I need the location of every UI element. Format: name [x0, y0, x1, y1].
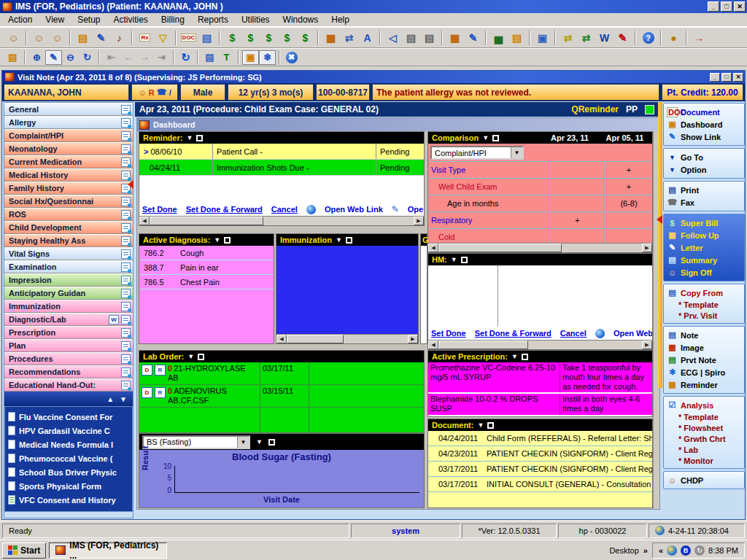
fax-button[interactable]: ☎Fax [667, 196, 743, 209]
set-done-forward-link[interactable]: Set Done & Forward [186, 205, 263, 214]
reload-icon[interactable]: ↻ [79, 50, 96, 65]
analysis-button[interactable]: ☑Analysis [667, 399, 743, 411]
analysis-growth-chart-button[interactable]: * Grwth Chrt [667, 433, 743, 444]
analysis-monitor-button[interactable]: * Monitor [667, 455, 743, 466]
comparison-filter-dropdown[interactable]: Complaint/HPI ▼ [430, 146, 524, 160]
nav-plan[interactable]: Plan [4, 339, 133, 352]
rx-icon[interactable]: Rx [136, 30, 154, 46]
nav-staying-healthy[interactable]: Staying Healthy Ass [4, 234, 133, 247]
nav-ros[interactable]: ROS [4, 208, 133, 221]
scroll-thumb[interactable] [150, 217, 263, 225]
document-row[interactable]: 03/17/2011 PATIENT CHECKIN (SIGNFORM) - … [428, 462, 652, 477]
info-icon[interactable]: I [169, 88, 171, 97]
comparison-hscrollbar[interactable]: ◀ ▶ [428, 243, 652, 252]
document-icon[interactable]: DOC [179, 30, 198, 46]
panel-menu-icon[interactable]: ▼ [482, 134, 489, 141]
printer-icon[interactable]: ▤ [402, 30, 420, 46]
image-button[interactable]: ▦Image [667, 341, 743, 354]
lab-detail-icon[interactable]: D [142, 387, 152, 398]
scroll-right-icon[interactable]: ▶ [642, 244, 652, 252]
template-icon[interactable]: T [218, 50, 235, 65]
pages-icon[interactable]: ▤ [198, 30, 216, 46]
reminder-hscrollbar[interactable]: ◀ ▶ [139, 216, 424, 225]
scroll-right-icon[interactable]: ▶ [408, 335, 418, 343]
visit-minimize-button[interactable]: _ [710, 73, 720, 82]
nav-recommendations[interactable]: Recommendations [4, 365, 133, 378]
document-row[interactable]: 04/24/2011 Child Form (REFFERALS) - Refe… [428, 431, 652, 446]
print-button[interactable]: ▤Print [667, 184, 743, 196]
help-icon[interactable]: ? [639, 30, 657, 46]
diagnosis-row[interactable]: 786.5 Chest Pain [139, 275, 274, 289]
set-done-link[interactable]: Set Done [142, 205, 177, 214]
menu-utilities[interactable]: Utilities [235, 13, 276, 26]
form-school-bus[interactable]: School Bus Driver Physic [8, 465, 132, 479]
splitter-arrow-icon[interactable] [128, 180, 133, 189]
panel-menu-icon[interactable]: ▼ [511, 353, 518, 360]
open-web-link[interactable]: Open Web Link [325, 205, 383, 214]
open-icon[interactable]: ▤ [4, 50, 21, 65]
tray-collapse-icon[interactable]: « [659, 546, 663, 555]
analysis-lab-button[interactable]: * Lab [667, 444, 743, 455]
form-hpv-gardasil[interactable]: HPV Gardasil Vaccine C [8, 424, 132, 438]
chdp-button[interactable]: ☺CHDP [667, 474, 743, 486]
toolbar-chevron-icon[interactable]: » [643, 546, 648, 555]
menu-billing[interactable]: Billing [155, 13, 191, 26]
hm-set-done-forward-link[interactable]: Set Done & Forward [475, 329, 551, 338]
nav-allergy[interactable]: Allergy [4, 116, 133, 129]
nav-diagnostic-lab[interactable]: Diagnostic/LabW [4, 313, 133, 326]
hm-open-web-link[interactable]: Open Web Link [614, 329, 653, 338]
prvt-note-button[interactable]: ▤Prvt Note [667, 354, 743, 366]
lock-icon[interactable]: ● [665, 30, 683, 46]
transfer-icon[interactable]: ⇄ [340, 30, 358, 46]
first-record-icon[interactable]: ⇤ [103, 50, 120, 65]
note-button[interactable]: ▤Note [667, 329, 743, 341]
comparison-row[interactable]: Visit Type + [428, 162, 652, 179]
visit-maximize-button[interactable]: □ [721, 73, 732, 82]
diagnosis-row[interactable]: 786.2 Cough [139, 246, 274, 260]
follow-up-button[interactable]: ▦Follow Up [667, 229, 743, 241]
form-flu-vaccine[interactable]: Flu Vaccine Consent For [8, 410, 132, 424]
open-chart-icon[interactable]: ▤ [74, 30, 92, 46]
chart-stats-icon[interactable]: ▅ [489, 30, 508, 46]
scroll-left-icon[interactable]: ◀ [428, 341, 438, 349]
analysis-flowsheet-button[interactable]: * Flowsheet [667, 422, 743, 433]
nav-neonatology[interactable]: Neonatology [4, 142, 133, 155]
analysis-template-button[interactable]: * Template [667, 411, 743, 422]
nav-immunization[interactable]: Immunization [4, 300, 133, 313]
referral-icon[interactable]: R [149, 88, 155, 97]
nav-impression[interactable]: Impression [4, 273, 133, 287]
dropdown-arrow-icon[interactable]: ▼ [237, 437, 249, 448]
scanner-icon[interactable]: ◁ [384, 30, 402, 46]
tray-network-icon[interactable] [667, 545, 677, 556]
scroll-thumb[interactable] [287, 335, 344, 343]
freeze-icon[interactable]: ❄ [259, 50, 276, 65]
employee-folder-icon[interactable]: ▤ [508, 30, 526, 46]
prescription-row[interactable]: Promethazine VC-Codeine 6.25-10 mg/5 mL … [428, 362, 652, 394]
panel-maximize-icon[interactable] [268, 439, 275, 446]
form-sports-physical[interactable]: Sports Physical Form [8, 479, 132, 493]
panel-menu-icon[interactable]: ▼ [451, 256, 457, 263]
lab-order-row[interactable]: D R 021-HYDROXYLASE AB 03/17/11 [139, 362, 424, 385]
dropdown-arrow-icon[interactable]: ▼ [511, 147, 522, 158]
ecg-spiro-button[interactable]: ✱ECG | Spiro [667, 366, 743, 378]
next-record-icon[interactable]: → [136, 50, 153, 65]
nav-medical-history[interactable]: Medical History [4, 168, 133, 182]
word-icon[interactable]: W [595, 30, 614, 46]
super-bill-button[interactable]: $Super Bill [667, 217, 743, 229]
add-icon[interactable]: ⊕ [28, 50, 45, 65]
patient-billing-icon[interactable]: $ [260, 30, 278, 46]
nav-vital-signs[interactable]: Vital Signs [4, 247, 133, 260]
sign-off-button[interactable]: ☺Sign Off [667, 266, 743, 279]
nav-complaint-hpi[interactable]: Complaint/HPI [4, 129, 133, 142]
lab-detail-icon[interactable]: D [142, 365, 152, 376]
calendar-clock-icon[interactable]: ▦ [446, 30, 464, 46]
reminder-row[interactable]: 04/24/11 Immunization Shots Due - Pendin… [139, 160, 424, 176]
dashboard-button[interactable]: ▣Dashboard [667, 118, 743, 131]
patient-list-icon[interactable]: ☺ [30, 30, 48, 46]
panel-maximize-icon[interactable] [461, 257, 468, 263]
payment-icon[interactable]: $ [241, 30, 260, 46]
hm-cancel-link[interactable]: Cancel [560, 329, 587, 338]
start-button[interactable]: Start [2, 542, 46, 559]
visit-close-button[interactable]: ✕ [733, 73, 743, 82]
comparison-row[interactable]: Respiratory + [428, 212, 652, 229]
